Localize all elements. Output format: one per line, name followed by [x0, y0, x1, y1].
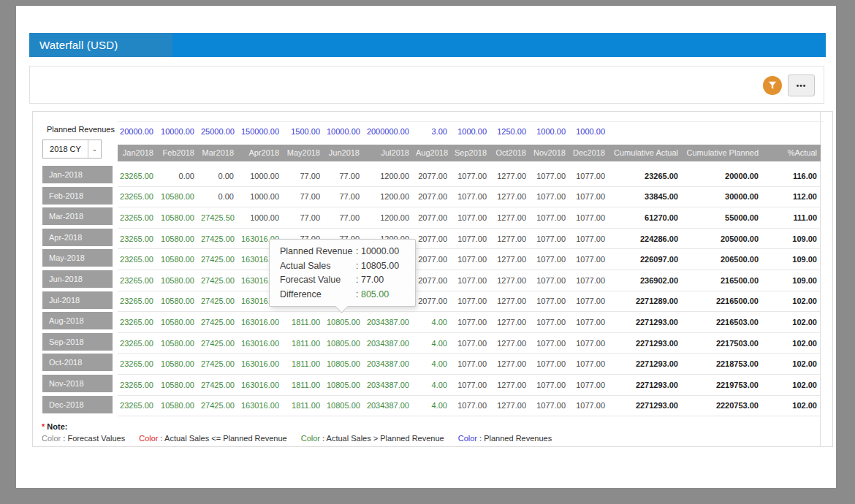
month-cell: 1200.00: [366, 192, 416, 201]
planned-revenues-label: Planned Revenues: [47, 125, 115, 134]
month-cell: 1077.00: [454, 359, 493, 368]
month-cell: 1811.00: [286, 401, 327, 410]
month-cell: 1277.00: [493, 318, 533, 327]
month-cell: 1077.00: [572, 276, 612, 285]
cumulative-actual-cell: 2271293.00: [612, 359, 685, 368]
month-cell: 4.00: [416, 359, 454, 368]
cumulative-planned-cell: 2216503.00: [685, 318, 765, 327]
month-cell: 77.00: [327, 213, 366, 222]
pct-actual-cell: 111.00: [765, 213, 824, 222]
note-asterisk: *: [42, 422, 45, 431]
month-cell: 23265.00: [118, 381, 160, 389]
month-cell: 1200.00: [366, 213, 416, 222]
month-cell: 27425.00: [201, 381, 240, 389]
month-cell: 4.00: [416, 318, 454, 327]
month-cell: 1811.00: [286, 381, 327, 389]
cumulative-actual-cell: 2271293.00: [612, 381, 685, 389]
legend-above-plan: Color : Actual Sales > Planned Revenue: [301, 434, 444, 443]
month-cell: 1077.00: [572, 297, 612, 305]
note-title: Note:: [47, 422, 67, 431]
month-cell: 10580.00: [160, 339, 201, 348]
month-cell: 0.00: [201, 172, 240, 180]
row-label[interactable]: Nov-2018: [42, 375, 113, 392]
note: * Note: Color : Forecast Values Color : …: [42, 422, 563, 443]
year-select[interactable]: 2018 CY ⌄: [42, 140, 102, 159]
month-cell: 1277.00: [493, 255, 533, 264]
pct-actual-cell: 116.00: [765, 172, 824, 180]
column-header: Jun2018: [327, 145, 366, 161]
row-label[interactable]: Jul-2018: [42, 291, 113, 309]
planned-value: 10000.00: [160, 123, 201, 140]
planned-value: 20000.00: [118, 123, 160, 140]
month-cell: 10805.00: [327, 339, 366, 348]
month-cell: 1077.00: [454, 234, 493, 243]
table-row: 23265.0010580.0027425.00163016.001811.00…: [118, 291, 821, 313]
column-header: Nov2018: [533, 145, 572, 161]
cumulative-actual-cell: 33845.00: [612, 192, 685, 201]
row-label[interactable]: Mar-2018: [42, 207, 113, 225]
more-options-button[interactable]: •••: [788, 75, 815, 96]
month-cell: 1811.00: [286, 318, 327, 327]
month-cell: 1277.00: [493, 276, 533, 285]
month-cell: 163016.00: [240, 318, 286, 327]
table-row: 23265.0010580.0027425.00163016.0077.0077…: [118, 229, 821, 250]
month-cell: 10580.00: [160, 255, 201, 264]
column-header: Dec2018: [572, 145, 612, 161]
month-cell: 163016.00: [240, 339, 286, 348]
row-label[interactable]: May-2018: [42, 249, 113, 267]
tooltip-row-forecast: Forecast Value : 77.00: [280, 273, 408, 288]
chevron-down-icon[interactable]: ⌄: [88, 140, 101, 158]
planned-value: 25000.00: [201, 123, 240, 140]
month-cell: 1000.00: [240, 213, 286, 222]
table-row: 23265.0010580.0027425.00163016.001811.00…: [118, 249, 821, 270]
row-label[interactable]: Feb-2018: [42, 187, 113, 205]
month-cell: 23265.00: [118, 276, 160, 285]
pct-actual-cell: 109.00: [765, 255, 824, 264]
planned-values-row: 20000.0010000.0025000.00150000.001500.00…: [118, 121, 824, 137]
cumulative-planned-cell: 55000.00: [685, 213, 765, 222]
planned-value: 2000000.00: [366, 123, 416, 140]
month-cell: 1811.00: [286, 339, 327, 348]
row-labels: Jan-2018Feb-2018Mar-2018Apr-2018May-2018…: [42, 166, 113, 416]
column-header: Mar2018: [201, 145, 240, 161]
legend-planned: Color : Planned Revenues: [458, 434, 552, 443]
month-cell: 1077.00: [533, 401, 572, 410]
table-row: 23265.0010580.0027425.501000.0077.0077.0…: [118, 207, 821, 229]
month-cell: 77.00: [327, 192, 366, 201]
row-label[interactable]: Jan-2018: [42, 166, 113, 183]
month-cell: 10805.00: [327, 381, 366, 389]
more-options-label: •••: [797, 82, 807, 90]
column-header: Cumulative Actual: [612, 145, 685, 161]
tooltip-row-actual: Actual Sales : 10805.00: [280, 259, 408, 274]
toolbar: •••: [29, 66, 824, 104]
filter-button[interactable]: [763, 76, 782, 95]
row-label[interactable]: Dec-2018: [42, 396, 113, 413]
column-header: Sep2018: [454, 145, 493, 161]
column-header: Aug2018: [416, 145, 454, 161]
month-cell: 2077.00: [416, 192, 454, 201]
row-label[interactable]: Apr-2018: [42, 229, 113, 246]
month-cell: 2034387.00: [366, 318, 416, 327]
month-cell: 1077.00: [533, 297, 572, 305]
month-cell: 27425.50: [201, 213, 240, 222]
month-cell: 1077.00: [572, 213, 612, 222]
month-cell: 163016.00: [240, 381, 286, 389]
tooltip-row-planned: Planned Revenue : 10000.00: [280, 245, 408, 259]
month-cell: 1200.00: [366, 172, 416, 180]
row-label[interactable]: Jun-2018: [42, 270, 113, 288]
cumulative-actual-cell: 2271293.00: [612, 339, 685, 348]
month-cell: 10580.00: [160, 213, 201, 222]
month-cell: 10580.00: [160, 234, 201, 243]
month-cell: 1077.00: [533, 359, 572, 368]
column-header: Oct2018: [493, 145, 533, 161]
pct-actual-cell: 102.00: [765, 359, 824, 368]
pct-actual-cell: 102.00: [765, 401, 824, 410]
month-cell: 1277.00: [493, 172, 533, 180]
row-label[interactable]: Aug-2018: [42, 312, 113, 329]
row-label[interactable]: Oct-2018: [42, 354, 113, 371]
row-label[interactable]: Sep-2018: [42, 333, 113, 351]
month-cell: 2034387.00: [366, 381, 416, 389]
month-cell: 0.00: [160, 172, 201, 180]
month-cell: 1277.00: [493, 401, 533, 410]
month-cell: 1077.00: [533, 318, 572, 327]
